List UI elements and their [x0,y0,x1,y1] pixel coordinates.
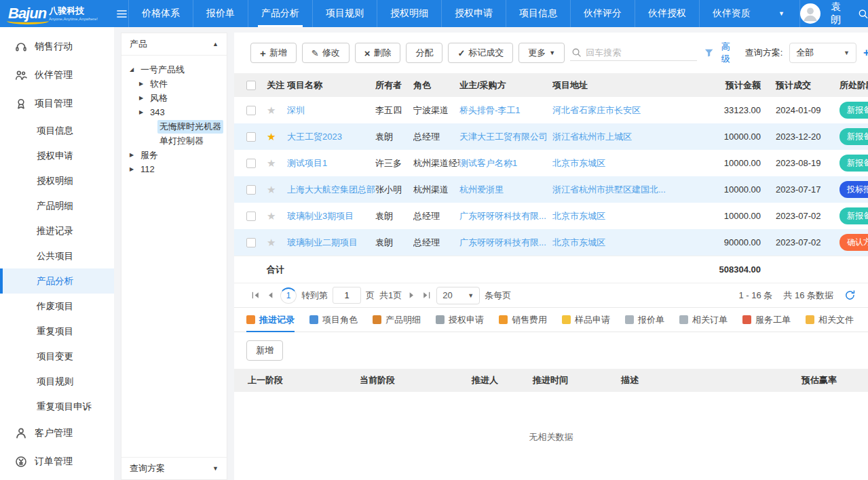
topnav-more-caret[interactable]: ▼ [763,0,800,27]
topnav-item[interactable]: 产品分析 [248,0,312,27]
filter-icon[interactable] [704,47,714,58]
client-link[interactable]: 测试客户名称1 [459,158,517,168]
goto-page-input[interactable] [333,287,361,304]
sidebar-item[interactable]: 授权明细 [0,168,114,193]
client-link[interactable]: 天津大王工贸有限公司 [459,132,548,142]
detail-add-button[interactable]: + 新增 [246,340,283,361]
more-button[interactable]: 更多 [518,43,565,63]
sidebar-item[interactable]: 项目管理 [0,89,114,118]
topnav-item[interactable]: 报价单 [193,0,248,27]
client-link[interactable]: 广东呀呀呀科技有限... [459,211,546,221]
tree-node[interactable]: 343 [124,105,224,119]
menu-toggle-button[interactable] [115,0,128,27]
row-checkbox[interactable] [246,106,256,115]
tree-node[interactable]: 一号产品线 [124,62,224,77]
tree-expand-icon[interactable] [139,109,148,115]
star-icon[interactable]: ★ [267,131,276,142]
tree-node[interactable]: 112 [124,162,224,176]
query-plan-collapsed-section[interactable]: 查询方案 ▼ [121,457,227,479]
advanced-search-link[interactable]: 高级 [721,41,738,65]
tree-node[interactable]: 服务 [124,148,224,162]
detail-tab[interactable]: 授权申请 [436,308,484,332]
address-link[interactable]: 浙江省杭州市上城区 [552,132,632,142]
user-name[interactable]: 袁朗 [831,1,848,26]
tree-node[interactable]: 无悔牌时光机器 [124,119,224,134]
topnav-item[interactable]: 伙伴授权 [635,0,699,27]
table-row[interactable]: ★ 大王工贸2023 袁朗 总经理 天津大王工贸有限公司 浙江省杭州市上城区 1… [234,123,868,150]
sidebar-item[interactable]: 产品分析 [0,268,114,294]
table-row[interactable]: ★ 深圳 李五四 宁波渠道 桥头排骨-李工1 河北省石家庄市长安区 33123.… [234,97,868,123]
project-name-link[interactable]: 深圳 [287,105,305,115]
star-icon[interactable]: ★ [267,157,276,169]
detail-tab[interactable]: 相关订单 [679,308,728,332]
address-link[interactable]: 北京市东城区 [552,211,605,221]
row-checkbox[interactable] [246,132,256,142]
sidebar-item[interactable]: 重复项目 [0,319,114,344]
project-name-link[interactable]: 玻璃制业二期项目 [287,237,358,247]
sidebar-item[interactable]: 客户管理 [0,419,114,447]
add-button[interactable]: 新增 [250,43,297,63]
search-input[interactable] [586,47,694,58]
assign-button[interactable]: 分配 [406,43,442,63]
sidebar-item[interactable]: 服务支持 [0,476,114,480]
sidebar-item[interactable]: 公共项目 [0,243,114,268]
sidebar-item[interactable]: 项目变更 [0,344,114,369]
address-link[interactable]: 浙江省杭州市拱墅区建国北... [552,184,666,195]
tree-node[interactable]: 软件 [124,77,224,91]
project-name-link[interactable]: 玻璃制业3期项目 [287,211,354,221]
address-link[interactable]: 河北省石家庄市长安区 [552,105,641,115]
star-icon[interactable]: ★ [267,237,276,248]
sidebar-item[interactable]: 伙伴管理 [0,61,114,89]
tree-expand-icon[interactable] [130,166,138,172]
topnav-item[interactable]: 伙伴评分 [570,0,635,27]
row-checkbox[interactable] [246,212,256,221]
table-row[interactable]: ★ 玻璃制业二期项目 袁朗 总经理 广东呀呀呀科技有限... 北京市东城区 90… [234,229,868,256]
client-link[interactable]: 杭州爱浙里 [459,184,504,195]
query-plan-select[interactable]: 全部 ▼ [789,43,856,63]
star-icon[interactable]: ★ [267,104,276,116]
tree-expand-icon[interactable] [139,81,148,87]
sidebar-item[interactable]: 项目信息 [0,118,114,143]
address-link[interactable]: 北京市东城区 [552,158,605,168]
prev-page-icon[interactable] [265,290,276,300]
row-checkbox[interactable] [246,159,256,168]
sidebar-item[interactable]: 推进记录 [0,218,114,243]
last-page-icon[interactable] [421,290,432,300]
page-size-select[interactable]: 20 ▼ [436,287,480,304]
delete-button[interactable]: 删除 [355,43,401,63]
search-icon[interactable] [858,7,868,20]
first-page-icon[interactable] [250,290,261,300]
tree-node[interactable]: 风格 [124,91,224,105]
topnav-item[interactable]: 伙伴资质 [699,0,763,27]
tree-node[interactable]: 单灯控制器 [124,134,224,148]
sidebar-item[interactable]: 销售行动 [0,33,114,61]
sidebar-item[interactable]: 作废项目 [0,294,114,319]
detail-tab[interactable]: 样品申请 [562,308,610,332]
topnav-item[interactable]: 项目信息 [506,0,570,27]
next-page-icon[interactable] [407,290,417,300]
select-all-checkbox[interactable] [246,81,256,90]
edit-button[interactable]: 修改 [302,43,350,63]
star-icon[interactable]: ★ [267,210,276,222]
tree-expand-icon[interactable] [139,95,148,101]
avatar[interactable] [800,3,820,24]
detail-tab[interactable]: 服务工单 [742,308,791,332]
topnav-item[interactable]: 价格体系 [128,0,193,27]
project-name-link[interactable]: 测试项目1 [287,158,327,168]
mark-deal-button[interactable]: 标记成交 [448,43,513,63]
topnav-item[interactable]: 授权申请 [441,0,506,27]
table-row[interactable]: ★ 玻璃制业3期项目 袁朗 总经理 广东呀呀呀科技有限... 北京市东城区 10… [234,203,868,229]
sidebar-item[interactable]: 产品明细 [0,193,114,218]
detail-tab[interactable]: 销售费用 [499,308,547,332]
collapse-up-icon[interactable]: ▲ [212,41,219,47]
detail-tab[interactable]: 项目角色 [309,308,358,332]
topnav-item[interactable]: 授权明细 [377,0,441,27]
current-page-button[interactable]: 1 [280,287,297,304]
sidebar-item[interactable]: 订单管理 [0,447,114,476]
client-link[interactable]: 广东呀呀呀科技有限... [459,237,546,247]
topnav-item[interactable]: 项目规则 [312,0,377,27]
refresh-icon[interactable] [844,289,856,301]
add-plan-icon[interactable]: + [863,47,868,58]
tree-expand-icon[interactable] [130,152,138,158]
detail-tab[interactable]: 相关文件 [806,308,854,332]
